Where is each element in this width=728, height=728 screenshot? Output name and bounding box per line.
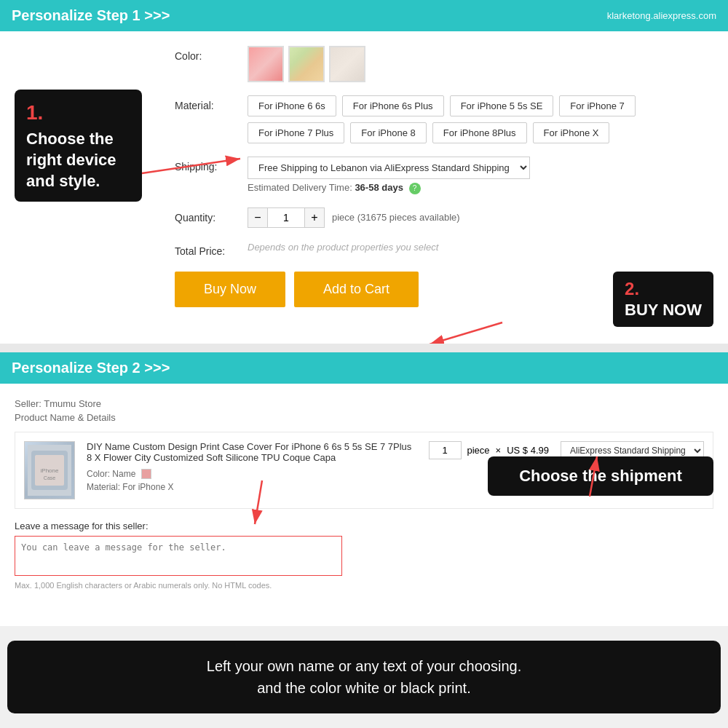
material-row: Material: For iPhone 6 6s For iPhone 6s …: [175, 95, 713, 143]
color-content: [248, 46, 713, 82]
color-label: Color:: [175, 46, 248, 62]
seller-label: Seller:: [15, 398, 41, 409]
step1-header: Personalize Step 1 >>> klarketong.aliexp…: [0, 0, 728, 31]
step2-header: Personalize Step 2 >>>: [0, 352, 728, 384]
material-btn-4[interactable]: For iPhone 7 Plus: [248, 122, 344, 143]
svg-text:Case: Case: [44, 475, 55, 480]
message-label: Leave a message for this seller:: [15, 521, 713, 531]
color-swatch-pink[interactable]: [248, 46, 284, 82]
step1-tip-text: Choose the right device and style.: [26, 129, 130, 191]
total-price-text: Depends on the product properties you se…: [248, 242, 438, 253]
seller-info: Seller: Tmumu Store: [15, 398, 713, 409]
quantity-controls: − +: [248, 207, 325, 228]
quantity-increase[interactable]: +: [304, 207, 325, 228]
quantity-content: − + piece (31675 pieces available): [248, 207, 713, 228]
color-attr-value: Name: [112, 469, 135, 479]
step2-container: Seller: Tmumu Store Product Name & Detai…: [0, 384, 728, 626]
order-price-symbol: ×: [496, 445, 502, 456]
buy-now-tip-box: 2. BUY NOW: [613, 272, 713, 327]
color-swatch-floral[interactable]: [288, 46, 325, 82]
product-color-attr: Color: Name: [87, 469, 417, 480]
material-label: Material:: [175, 95, 248, 111]
color-row: Color:: [175, 46, 713, 82]
quantity-decrease[interactable]: −: [248, 207, 268, 228]
help-icon[interactable]: ?: [409, 183, 421, 194]
shipment-tip-box: Choose the shipment: [488, 456, 713, 496]
total-price-row: Total Price: Depends on the product prop…: [175, 241, 713, 257]
delivery-days: 36-58 days: [355, 182, 403, 193]
buy-now-tip-label: BUY NOW: [625, 301, 702, 320]
material-btn-2[interactable]: For iPhone 5 5s SE: [450, 95, 554, 116]
material-btn-5[interactable]: For iPhone 8: [350, 122, 426, 143]
delivery-label: Estimated Delivery Time:: [248, 182, 352, 193]
color-swatch-small: [141, 469, 151, 479]
buy-now-button[interactable]: Buy Now: [175, 272, 285, 307]
product-image: iPhone Case: [24, 441, 75, 499]
order-qty-input[interactable]: [429, 441, 462, 459]
step1-title: Personalize Step 1 >>>: [12, 7, 170, 24]
product-material-attr: Material: For iPhone X: [87, 482, 417, 492]
step2-title: Personalize Step 2 >>>: [12, 360, 170, 376]
material-btn-1[interactable]: For iPhone 6s Plus: [342, 95, 444, 116]
material-btn-6[interactable]: For iPhone 8Plus: [432, 122, 527, 143]
material-attr-label: Material:: [87, 482, 120, 492]
order-price-text: US $ 4.99: [507, 445, 549, 456]
message-section: Leave a message for this seller: Max. 1,…: [15, 521, 713, 590]
message-textarea[interactable]: [15, 536, 342, 576]
estimated-delivery: Estimated Delivery Time: 36-58 days ?: [248, 182, 713, 194]
seller-name: Tmumu Store: [44, 398, 101, 409]
material-btn-0[interactable]: For iPhone 6 6s: [248, 95, 336, 116]
shipping-content: Free Shipping to Lebanon via AliExpress …: [248, 157, 713, 194]
site-url: klarketong.aliexpress.com: [607, 10, 716, 21]
step1-container: 1. Choose the right device and style. Co…: [0, 31, 728, 344]
svg-text:iPhone: iPhone: [41, 467, 59, 474]
quantity-row: Quantity: − + piece (31675 pieces availa…: [175, 207, 713, 228]
shipping-label: Shipping:: [175, 157, 248, 173]
step1-number: 1.: [26, 100, 130, 126]
message-note: Max. 1,000 English characters or Arabic …: [15, 581, 713, 590]
product-name-text: DIY Name Custom Design Print Case Cover …: [87, 441, 417, 463]
step1-tip-box: 1. Choose the right device and style.: [15, 90, 142, 202]
section-break: [0, 344, 728, 352]
total-price-label: Total Price:: [175, 241, 248, 257]
quantity-available: piece (31675 pieces available): [332, 212, 460, 223]
bottom-tip-box: Left your own name or any text of your c…: [7, 641, 721, 713]
order-qty-unit: piece: [467, 445, 490, 456]
total-price-content: Depends on the product properties you se…: [248, 241, 713, 253]
shipping-row: Shipping: Free Shipping to Lebanon via A…: [175, 157, 713, 194]
add-to-cart-button[interactable]: Add to Cart: [294, 272, 419, 307]
material-content: For iPhone 6 6s For iPhone 6s Plus For i…: [248, 95, 713, 143]
material-buttons: For iPhone 6 6s For iPhone 6s Plus For i…: [248, 95, 713, 143]
color-swatch-white[interactable]: [329, 46, 365, 82]
material-btn-3[interactable]: For iPhone 7: [559, 95, 635, 116]
bottom-tip-text: Left your own name or any text of your c…: [207, 658, 521, 696]
color-swatches: [248, 46, 713, 82]
quantity-input[interactable]: [268, 207, 304, 228]
quantity-label: Quantity:: [175, 207, 248, 223]
color-attr-label: Color:: [87, 469, 110, 479]
product-name-label: Product Name & Details: [15, 412, 713, 423]
tip-number-2: 2.: [625, 279, 702, 299]
material-btn-7[interactable]: For iPhone X: [533, 122, 610, 143]
shipping-select[interactable]: Free Shipping to Lebanon via AliExpress …: [248, 157, 530, 179]
material-attr-value: For iPhone X: [122, 482, 173, 492]
shipment-tip-text: Choose the shipment: [519, 467, 682, 485]
product-details: DIY Name Custom Design Print Case Cover …: [87, 441, 417, 496]
